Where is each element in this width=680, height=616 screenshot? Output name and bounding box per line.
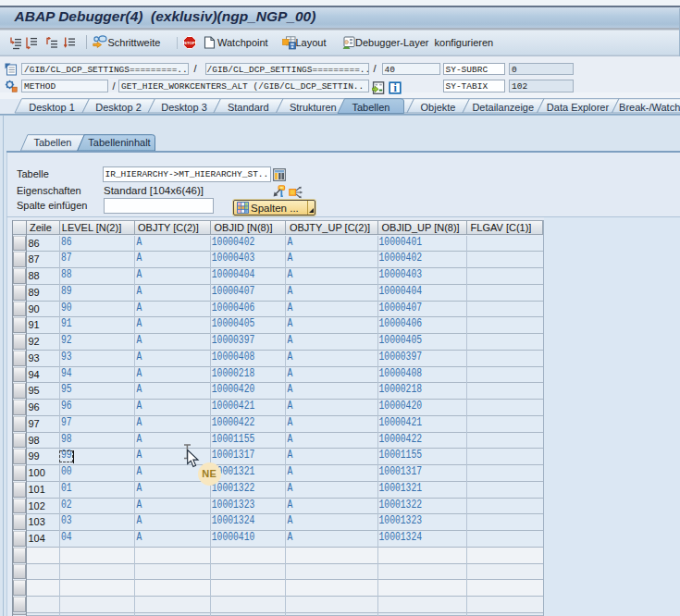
svg-text:STOP: STOP (184, 41, 195, 45)
